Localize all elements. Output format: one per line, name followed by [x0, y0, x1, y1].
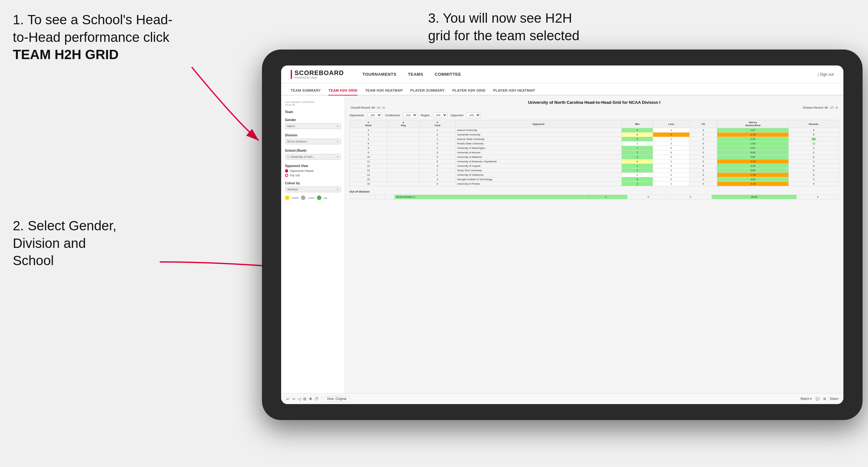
tab-player-h2h-heatmap[interactable]: PLAYER H2H HEATMAP [493, 89, 535, 95]
cell-diff: -4.33 [717, 159, 789, 164]
step2-line2: Division and [13, 236, 86, 251]
col-win: Win [621, 120, 653, 128]
legend-level-circle [301, 195, 305, 200]
app-header: SCOREBOARD Powered by clippi TOURNAMENTS… [281, 65, 843, 83]
opponents-label: Opponents: [349, 114, 365, 117]
radio-opponents-played[interactable]: Opponents Played [285, 169, 341, 173]
toolbar-icon-grid[interactable]: ⊞ [823, 397, 826, 401]
cell-diff: 3.67 [717, 146, 789, 151]
out-div-tie: 0 [669, 195, 711, 199]
cell-win: 2 [621, 128, 653, 132]
cell-conf: 2 [420, 142, 456, 146]
cell-rank: 3 [350, 132, 388, 137]
cell-rank: 14 [350, 173, 388, 177]
cell-win: 0 [621, 159, 653, 164]
nav-tournaments[interactable]: TOURNAMENTS [362, 72, 396, 77]
cell-diff: -2.29 [717, 132, 789, 137]
undo-icon[interactable]: ↩ [286, 397, 289, 401]
tab-player-summary[interactable]: PLAYER SUMMARY [410, 89, 445, 95]
tab-team-h2h-heatmap[interactable]: TEAM H2H HEATMAP [365, 89, 403, 95]
cell-conf: 2 [420, 173, 456, 177]
logo-bar [291, 70, 292, 79]
cell-opponent: University of Arkansas, Fayetteville [455, 159, 621, 164]
region-label: Region [421, 114, 430, 117]
view-original-button[interactable]: View: Original [324, 396, 349, 402]
cell-opponent: Georgia Institute of Technology [455, 177, 621, 182]
cell-win: 1 [621, 146, 653, 151]
cell-rounds: 9 [788, 182, 839, 186]
cell-opponent: University of Washington [455, 146, 621, 151]
cell-conf: 4 [420, 177, 456, 182]
nav-teams[interactable]: TEAMS [408, 72, 423, 77]
cell-diff: 9.00 [717, 151, 789, 155]
out-of-division-title: Out of division [349, 190, 839, 193]
redo-icon[interactable]: ↪ [292, 397, 295, 401]
division-select[interactable]: NCAA Division I [285, 138, 341, 145]
out-div-loss: 0 [627, 195, 669, 199]
division-label: Division [285, 133, 341, 137]
cell-reg [387, 146, 420, 151]
toolbar-right: Watch ▾ 💬 ⊞ Share [801, 397, 838, 401]
pan-icon[interactable]: ✥ [309, 397, 312, 401]
toolbar-icon-q[interactable]: 💬 [816, 397, 819, 401]
cell-rounds: 17 [788, 137, 839, 142]
step2-line1: 2. Select Gender, [13, 218, 117, 233]
cell-loss: 1 [653, 137, 689, 142]
opponents-select[interactable]: (All) [368, 113, 382, 118]
division-record: Division Record: 88 - 17 - 0 [803, 106, 838, 109]
cell-loss: 4 [653, 132, 689, 137]
cell-conf: 5 [420, 155, 456, 159]
cell-tie: 0 [689, 151, 717, 155]
team-section: Team [285, 110, 341, 114]
cell-reg [387, 137, 420, 142]
radio-top100[interactable]: Top 100 [285, 174, 341, 177]
step1-annotation: 1. To see a School's Head- to-Head perfo… [13, 11, 173, 64]
colour-select[interactable]: Win/loss [285, 187, 341, 192]
grid-records: Overall Record: 89 - 17 - 0 Division Rec… [349, 106, 839, 109]
school-section: School (Rank) 1. University of Nort... [285, 149, 341, 160]
radio-dot-top100 [285, 174, 288, 177]
cell-conf: 3 [420, 182, 456, 186]
tab-team-summary[interactable]: TEAM SUMMARY [291, 89, 321, 95]
team-label: Team [285, 110, 341, 114]
nav-committee[interactable]: COMMITTEE [435, 72, 461, 77]
opponent-view-label: Opponent View [285, 164, 341, 168]
cell-opponent: University of Oklahoma [455, 173, 621, 177]
opponent-select[interactable]: (All) [466, 113, 481, 118]
cell-rank: 6 [350, 142, 388, 146]
cell-diff: 1.83 [717, 142, 789, 146]
cell-diff: 2.61 [717, 155, 789, 159]
tab-team-h2h-grid[interactable]: TEAM H2H GRID [329, 89, 358, 95]
cell-tie: 0 [689, 137, 717, 142]
watch-button[interactable]: Watch ▾ [801, 397, 812, 401]
cell-conf: 2 [420, 146, 456, 151]
zoom-icon[interactable]: ⊞ [303, 397, 306, 401]
cell-reg [387, 132, 420, 137]
out-div-conf [385, 195, 395, 199]
sign-out[interactable]: | Sign out [818, 72, 834, 77]
school-select[interactable]: 1. University of Nort... [285, 154, 341, 160]
cell-win: 5 [621, 137, 653, 142]
cell-loss: 1 [653, 182, 689, 186]
cell-opponent: Florida State University [455, 142, 621, 146]
cell-conf: 3 [420, 151, 456, 155]
cell-loss: 0 [653, 146, 689, 151]
tablet-device: SCOREBOARD Powered by clippi TOURNAMENTS… [262, 50, 863, 420]
legend-down-circle [285, 195, 289, 200]
cell-rounds: 3 [788, 146, 839, 151]
table-row: 13 1 Texas Tech University 3 0 0 5.56 9 [350, 168, 839, 173]
radio-dot-opponents [285, 169, 288, 173]
step3-annotation: 3. You will now see H2H grid for the tea… [428, 9, 580, 44]
tab-player-h2h-grid[interactable]: PLAYER H2H GRID [453, 89, 486, 95]
nav-back-icon[interactable]: ◁ [298, 397, 301, 401]
cell-rank: 15 [350, 177, 388, 182]
cell-loss: 2 [653, 173, 689, 177]
share-button[interactable]: Share [830, 397, 838, 401]
table-row: 16 3 University of Florida 3 1 0 -6.42 9 [350, 182, 839, 186]
clock-icon[interactable]: ⏱ [315, 397, 318, 401]
sub-nav: TEAM SUMMARY TEAM H2H GRID TEAM H2H HEAT… [281, 83, 843, 95]
gender-select[interactable]: Men's [285, 123, 341, 129]
col-reg: #Reg [387, 120, 420, 128]
conference-select[interactable]: (All) [403, 113, 417, 118]
region-select[interactable]: (All) [433, 113, 447, 118]
